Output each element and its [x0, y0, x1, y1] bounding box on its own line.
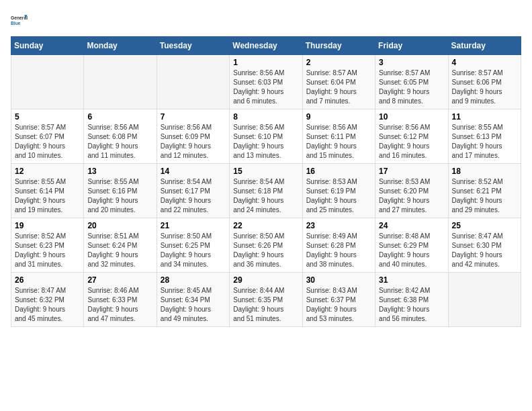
day-number: 3 — [379, 58, 444, 67]
day-info: Sunrise: 8:48 AM Sunset: 6:29 PM Dayligh… — [379, 232, 444, 269]
day-number: 22 — [233, 221, 298, 230]
calendar-cell — [448, 273, 521, 327]
day-info: Sunrise: 8:57 AM Sunset: 6:06 PM Dayligh… — [452, 68, 517, 106]
calendar-cell: 23Sunrise: 8:49 AM Sunset: 6:28 PM Dayli… — [302, 218, 375, 273]
day-number: 20 — [87, 221, 152, 230]
calendar-cell — [84, 55, 157, 109]
calendar-week-row: 19Sunrise: 8:52 AM Sunset: 6:23 PM Dayli… — [11, 218, 521, 273]
calendar-cell: 15Sunrise: 8:54 AM Sunset: 6:18 PM Dayli… — [230, 164, 302, 218]
calendar-cell: 7Sunrise: 8:56 AM Sunset: 6:09 PM Daylig… — [157, 109, 229, 164]
day-number: 25 — [452, 221, 517, 230]
calendar-cell: 24Sunrise: 8:48 AM Sunset: 6:29 PM Dayli… — [375, 218, 448, 273]
day-info: Sunrise: 8:56 AM Sunset: 6:09 PM Dayligh… — [161, 123, 226, 161]
day-number: 19 — [15, 221, 80, 230]
calendar-cell: 19Sunrise: 8:52 AM Sunset: 6:23 PM Dayli… — [11, 218, 84, 273]
day-number: 27 — [87, 275, 152, 285]
day-info: Sunrise: 8:56 AM Sunset: 6:10 PM Dayligh… — [233, 123, 298, 161]
calendar-week-row: 26Sunrise: 8:47 AM Sunset: 6:32 PM Dayli… — [11, 273, 521, 327]
day-number: 28 — [161, 275, 226, 285]
day-number: 16 — [306, 167, 371, 176]
day-number: 23 — [306, 221, 371, 230]
calendar-cell: 18Sunrise: 8:52 AM Sunset: 6:21 PM Dayli… — [448, 164, 521, 218]
page-header: General Blue — [11, 11, 521, 30]
weekday-header: Sunday — [11, 37, 84, 55]
calendar-cell: 1Sunrise: 8:56 AM Sunset: 6:03 PM Daylig… — [230, 55, 302, 109]
calendar-cell: 3Sunrise: 8:57 AM Sunset: 6:05 PM Daylig… — [375, 55, 448, 109]
calendar-cell: 22Sunrise: 8:50 AM Sunset: 6:26 PM Dayli… — [230, 218, 302, 273]
day-number: 2 — [306, 58, 371, 67]
weekday-header: Monday — [84, 37, 157, 55]
day-info: Sunrise: 8:54 AM Sunset: 6:17 PM Dayligh… — [161, 177, 226, 215]
day-info: Sunrise: 8:47 AM Sunset: 6:30 PM Dayligh… — [452, 232, 517, 269]
day-info: Sunrise: 8:52 AM Sunset: 6:23 PM Dayligh… — [15, 232, 80, 269]
calendar-cell: 20Sunrise: 8:51 AM Sunset: 6:24 PM Dayli… — [84, 218, 157, 273]
logo-icon: General Blue — [11, 11, 30, 30]
day-number: 13 — [87, 167, 152, 176]
day-info: Sunrise: 8:51 AM Sunset: 6:24 PM Dayligh… — [87, 232, 152, 269]
calendar-cell: 16Sunrise: 8:53 AM Sunset: 6:19 PM Dayli… — [302, 164, 375, 218]
day-info: Sunrise: 8:50 AM Sunset: 6:26 PM Dayligh… — [233, 232, 298, 269]
day-number: 30 — [306, 275, 371, 285]
day-number: 31 — [379, 275, 444, 285]
day-info: Sunrise: 8:57 AM Sunset: 6:05 PM Dayligh… — [379, 68, 444, 106]
day-info: Sunrise: 8:47 AM Sunset: 6:32 PM Dayligh… — [15, 286, 80, 324]
calendar-cell: 12Sunrise: 8:55 AM Sunset: 6:14 PM Dayli… — [11, 164, 84, 218]
day-info: Sunrise: 8:43 AM Sunset: 6:37 PM Dayligh… — [306, 286, 371, 324]
calendar-cell — [11, 55, 84, 109]
day-info: Sunrise: 8:49 AM Sunset: 6:28 PM Dayligh… — [306, 232, 371, 269]
calendar-cell: 13Sunrise: 8:55 AM Sunset: 6:16 PM Dayli… — [84, 164, 157, 218]
day-info: Sunrise: 8:53 AM Sunset: 6:20 PM Dayligh… — [379, 177, 444, 215]
calendar-week-row: 1Sunrise: 8:56 AM Sunset: 6:03 PM Daylig… — [11, 55, 521, 109]
day-number: 14 — [161, 167, 226, 176]
weekday-header: Thursday — [302, 37, 375, 55]
day-info: Sunrise: 8:57 AM Sunset: 6:04 PM Dayligh… — [306, 68, 371, 106]
day-number: 12 — [15, 167, 80, 176]
day-info: Sunrise: 8:52 AM Sunset: 6:21 PM Dayligh… — [452, 177, 517, 215]
day-info: Sunrise: 8:53 AM Sunset: 6:19 PM Dayligh… — [306, 177, 371, 215]
day-info: Sunrise: 8:56 AM Sunset: 6:03 PM Dayligh… — [233, 68, 298, 106]
day-number: 18 — [452, 167, 517, 176]
day-info: Sunrise: 8:56 AM Sunset: 6:11 PM Dayligh… — [306, 123, 371, 161]
calendar-cell: 26Sunrise: 8:47 AM Sunset: 6:32 PM Dayli… — [11, 273, 84, 327]
calendar-cell: 6Sunrise: 8:56 AM Sunset: 6:08 PM Daylig… — [84, 109, 157, 164]
day-number: 7 — [161, 112, 226, 122]
day-number: 4 — [452, 58, 517, 67]
day-number: 5 — [15, 112, 80, 122]
day-number: 10 — [379, 112, 444, 122]
day-info: Sunrise: 8:44 AM Sunset: 6:35 PM Dayligh… — [233, 286, 298, 324]
day-number: 9 — [306, 112, 371, 122]
calendar-cell: 8Sunrise: 8:56 AM Sunset: 6:10 PM Daylig… — [230, 109, 302, 164]
day-info: Sunrise: 8:55 AM Sunset: 6:14 PM Dayligh… — [15, 177, 80, 215]
svg-text:Blue: Blue — [11, 21, 21, 26]
day-info: Sunrise: 8:55 AM Sunset: 6:16 PM Dayligh… — [87, 177, 152, 215]
weekday-header: Wednesday — [230, 37, 302, 55]
day-number: 26 — [15, 275, 80, 285]
calendar-cell: 21Sunrise: 8:50 AM Sunset: 6:25 PM Dayli… — [157, 218, 229, 273]
calendar-cell: 27Sunrise: 8:46 AM Sunset: 6:33 PM Dayli… — [84, 273, 157, 327]
calendar-cell: 9Sunrise: 8:56 AM Sunset: 6:11 PM Daylig… — [302, 109, 375, 164]
calendar-body: 1Sunrise: 8:56 AM Sunset: 6:03 PM Daylig… — [11, 55, 521, 327]
calendar-week-row: 5Sunrise: 8:57 AM Sunset: 6:07 PM Daylig… — [11, 109, 521, 164]
calendar-cell: 14Sunrise: 8:54 AM Sunset: 6:17 PM Dayli… — [157, 164, 229, 218]
day-info: Sunrise: 8:56 AM Sunset: 6:12 PM Dayligh… — [379, 123, 444, 161]
day-info: Sunrise: 8:56 AM Sunset: 6:08 PM Dayligh… — [87, 123, 152, 161]
calendar-table: SundayMondayTuesdayWednesdayThursdayFrid… — [11, 36, 521, 327]
calendar-cell: 11Sunrise: 8:55 AM Sunset: 6:13 PM Dayli… — [448, 109, 521, 164]
weekday-header: Friday — [375, 37, 448, 55]
day-number: 6 — [87, 112, 152, 122]
day-info: Sunrise: 8:42 AM Sunset: 6:38 PM Dayligh… — [379, 286, 444, 324]
calendar-cell: 17Sunrise: 8:53 AM Sunset: 6:20 PM Dayli… — [375, 164, 448, 218]
day-number: 24 — [379, 221, 444, 230]
calendar-cell: 30Sunrise: 8:43 AM Sunset: 6:37 PM Dayli… — [302, 273, 375, 327]
calendar-cell — [157, 55, 229, 109]
logo: General Blue — [11, 11, 30, 30]
day-number: 1 — [233, 58, 298, 67]
calendar-cell: 4Sunrise: 8:57 AM Sunset: 6:06 PM Daylig… — [448, 55, 521, 109]
day-info: Sunrise: 8:46 AM Sunset: 6:33 PM Dayligh… — [87, 286, 152, 324]
calendar-week-row: 12Sunrise: 8:55 AM Sunset: 6:14 PM Dayli… — [11, 164, 521, 218]
calendar-cell: 31Sunrise: 8:42 AM Sunset: 6:38 PM Dayli… — [375, 273, 448, 327]
day-info: Sunrise: 8:45 AM Sunset: 6:34 PM Dayligh… — [161, 286, 226, 324]
calendar-cell: 10Sunrise: 8:56 AM Sunset: 6:12 PM Dayli… — [375, 109, 448, 164]
day-number: 29 — [233, 275, 298, 285]
weekday-header: Saturday — [448, 37, 521, 55]
